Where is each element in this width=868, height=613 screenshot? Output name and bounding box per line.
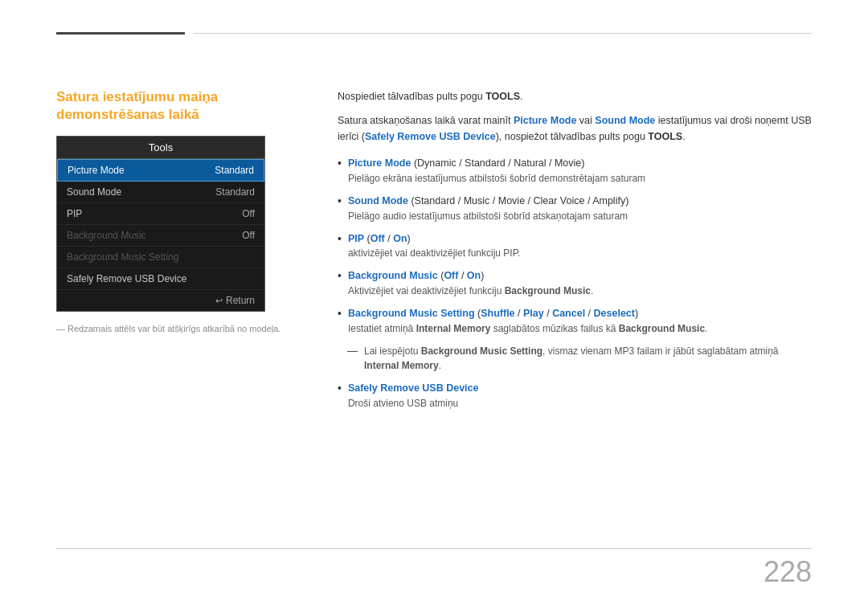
- bullet-dot-2: •: [338, 194, 342, 210]
- note-dash: ―: [347, 344, 358, 358]
- bottom-line: [56, 548, 812, 549]
- note-item: ― Lai iespējotu Background Music Setting…: [347, 344, 812, 373]
- bullet-item-pip: • PIP (Off / On) aktivizējiet vai deakti…: [338, 231, 812, 261]
- sound-mode-bullet-desc: Pielägo audio iestatījumus atbilstoši šo…: [348, 209, 812, 223]
- bg-music-setting-bullet-title: Background Music Setting (Shuffle / Play…: [348, 306, 812, 321]
- bullet-dot-1: •: [338, 156, 342, 172]
- bg-music-value: Off: [242, 230, 255, 241]
- intro-text-2: Satura atskaņošanas laikā varat mainīt P…: [338, 112, 812, 145]
- return-label: Return: [226, 295, 255, 306]
- tools-item-bg-music-setting: Background Music Setting: [57, 247, 264, 268]
- line-long: [193, 33, 812, 34]
- bullet-item-bg-music-setting: • Background Music Setting (Shuffle / Pl…: [338, 306, 812, 336]
- bullet-dot-4: •: [338, 268, 342, 284]
- top-decorative-lines: [56, 32, 812, 35]
- section-title: Satura iestatījumu maiņa demonstrēšanas …: [56, 88, 305, 124]
- footnote: Redzamais attēls var būt atšķirīgs atkar…: [56, 324, 305, 333]
- note-content: Lai iespējotu Background Music Setting, …: [364, 344, 812, 373]
- pip-bullet-title: PIP (Off / On): [348, 231, 812, 247]
- picture-mode-value: Standard: [215, 165, 254, 176]
- bullet-content-5: Background Music Setting (Shuffle / Play…: [348, 306, 812, 336]
- sound-mode-bullet-title: Sound Mode (Standard / Music / Movie / C…: [348, 194, 812, 209]
- tools-item-safely-remove[interactable]: Safely Remove USB Device: [57, 268, 264, 290]
- bullet-list: • Picture Mode (Dynamic / Standard / Nat…: [338, 156, 812, 411]
- tools-menu-header: Tools: [57, 137, 264, 159]
- safely-remove-label: Safely Remove USB Device: [67, 273, 186, 284]
- page-number: 228: [764, 555, 812, 589]
- bullet-content-3: PIP (Off / On) aktivizējiet vai deaktivi…: [348, 231, 812, 261]
- bg-music-bullet-title: Background Music (Off / On): [348, 268, 812, 284]
- return-arrow-icon: ↩: [215, 296, 223, 306]
- bullet-item-picture-mode: • Picture Mode (Dynamic / Standard / Nat…: [338, 156, 812, 186]
- bullet-dot-3: •: [338, 231, 342, 247]
- tools-item-pip[interactable]: PIP Off: [57, 203, 264, 225]
- bg-music-bullet-desc: Aktivizējiet vai deaktivizējiet funkciju…: [348, 284, 812, 298]
- sound-mode-value: Standard: [215, 186, 255, 198]
- tools-item-picture-mode[interactable]: Picture Mode Standard: [57, 159, 264, 182]
- line-short: [56, 32, 185, 35]
- pip-bullet-desc: aktivizējiet vai deaktivizējiet funkciju…: [348, 246, 812, 260]
- note-text: Lai iespējotu Background Music Setting, …: [364, 344, 812, 373]
- bullet-item-safely-remove: • Safely Remove USB Device Droši atvieno…: [338, 381, 812, 411]
- tools-item-sound-mode[interactable]: Sound Mode Standard: [57, 182, 264, 203]
- intro-text-1: Nospiediet tālvadības pults pogu TOOLS.: [338, 88, 812, 104]
- bg-music-setting-label: Background Music Setting: [67, 251, 178, 263]
- safely-remove-bullet-title: Safely Remove USB Device: [348, 381, 812, 396]
- pip-label: PIP: [67, 208, 82, 219]
- bullet-dot-6: •: [338, 381, 342, 397]
- tools-item-bg-music: Background Music Off: [57, 225, 264, 247]
- left-column: Satura iestatījumu maiņa demonstrēšanas …: [56, 88, 305, 419]
- pip-value: Off: [242, 208, 255, 219]
- page-container: Satura iestatījumu maiņa demonstrēšanas …: [0, 0, 868, 613]
- tools-menu: Tools Picture Mode Standard Sound Mode S…: [56, 136, 265, 312]
- bullet-item-sound-mode: • Sound Mode (Standard / Music / Movie /…: [338, 194, 812, 223]
- tools-footer: ↩ Return: [57, 290, 264, 311]
- picture-mode-label: Picture Mode: [68, 165, 125, 176]
- bullet-content-4: Background Music (Off / On) Aktivizējiet…: [348, 268, 812, 298]
- bullet-content-1: Picture Mode (Dynamic / Standard / Natur…: [348, 156, 812, 186]
- bullet-content-2: Sound Mode (Standard / Music / Movie / C…: [348, 194, 812, 223]
- bg-music-setting-bullet-desc: Iestatiet atmiņā Internal Memory saglabā…: [348, 321, 812, 336]
- bullet-dot-5: •: [338, 306, 342, 322]
- right-column: Nospiediet tālvadības pults pogu TOOLS. …: [338, 88, 812, 419]
- bullet-item-bg-music: • Background Music (Off / On) Aktivizēji…: [338, 268, 812, 298]
- picture-mode-bullet-desc: Pielägo ekrāna iestatījumus atbilstoši š…: [348, 171, 812, 186]
- picture-mode-bullet-title: Picture Mode (Dynamic / Standard / Natur…: [348, 156, 812, 171]
- bullet-content-6: Safely Remove USB Device Droši atvieno U…: [348, 381, 812, 411]
- sound-mode-label: Sound Mode: [67, 186, 121, 198]
- safely-remove-bullet-desc: Droši atvieno USB atmiņu: [348, 396, 812, 411]
- bg-music-label: Background Music: [67, 230, 146, 241]
